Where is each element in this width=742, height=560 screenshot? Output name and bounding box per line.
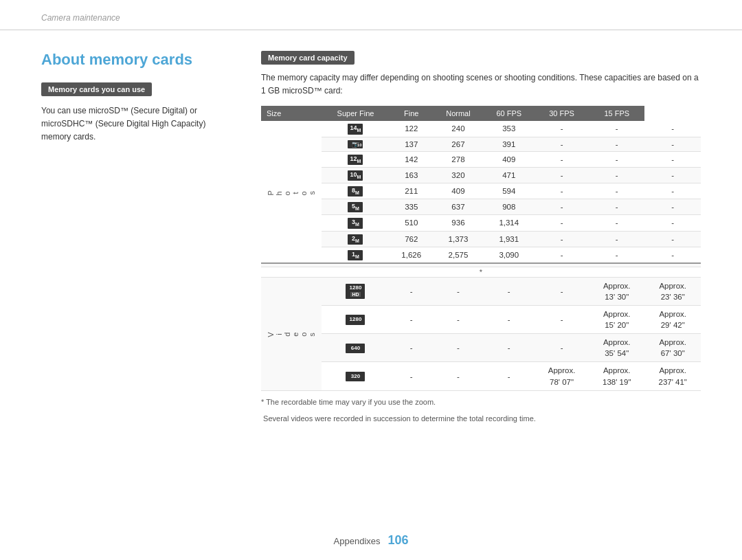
table-row: 3M 510 936 1,314 - - -	[261, 215, 701, 231]
table-row: 5M 335 637 908 - - -	[261, 199, 701, 215]
icon-14m: 14M	[322, 121, 390, 137]
memory-cards-badge: Memory cards you can use	[41, 82, 152, 96]
icon-2m: 2M	[322, 231, 390, 247]
icon-12m: 12M	[322, 151, 390, 167]
table-row: Photos 14M 122 240 353 - - -	[261, 121, 701, 137]
star-row: *	[261, 267, 701, 277]
table-row: 2M 762 1,373 1,931 - - -	[261, 231, 701, 247]
col-header-15fps: 15 FPS	[589, 106, 644, 121]
table-row: Videos 1280HD - - - - Approx.13' 30" App…	[261, 277, 701, 305]
footnote-1: * The recordable time may vary if you us…	[261, 396, 701, 408]
table-row: 8M 211 409 594 - - -	[261, 183, 701, 199]
fps15-1280hd: Approx.23' 36"	[644, 277, 701, 305]
table-row: 320 - - - Approx.78' 07" Approx.138' 19"…	[261, 362, 701, 390]
table-row: 640 - - - - Approx.35' 54" Approx.67' 30…	[261, 334, 701, 362]
fps30-320: Approx.138' 19"	[589, 362, 644, 390]
page-number: 106	[387, 533, 408, 547]
cell-dash2: -	[589, 121, 644, 137]
col-header-normal: Normal	[433, 106, 483, 121]
table-row: 10M 163 320 471 - - -	[261, 167, 701, 183]
cell-353: 353	[483, 121, 535, 137]
icon-1m: 1M	[322, 247, 390, 263]
icon-3m: 3M	[322, 215, 390, 231]
fps15-640: Approx.67' 30"	[644, 334, 701, 362]
breadcrumb-bar: Camera maintenance	[0, 0, 742, 30]
icon-320: 320	[322, 362, 390, 390]
page-container: Camera maintenance About memory cards Me…	[0, 0, 742, 560]
fps30-1280: Approx.15' 20"	[589, 306, 644, 334]
capacity-table: Size Super Fine Fine Normal 60 FPS 30 FP…	[261, 106, 701, 390]
icon-1280hd: 1280HD	[322, 277, 390, 305]
icon-1280: 1280	[322, 306, 390, 334]
table-row: 📷10 137 267 391 - - -	[261, 137, 701, 151]
right-column: Memory card capacity The memory capacity…	[261, 51, 701, 425]
cell-dash3: -	[644, 121, 701, 137]
videos-group-label: Videos	[261, 277, 322, 390]
fps30-640: Approx.35' 54"	[589, 334, 644, 362]
cell-240: 240	[433, 121, 483, 137]
fps15-1280: Approx.29' 42"	[644, 306, 701, 334]
capacity-badge: Memory card capacity	[261, 51, 355, 65]
fps30-1280hd: Approx.13' 30"	[589, 277, 644, 305]
col-header-30fps: 30 FPS	[535, 106, 589, 121]
fps15-320: Approx.237' 41"	[644, 362, 701, 390]
photos-group-label: Photos	[261, 121, 322, 263]
footer-label: Appendixes	[334, 536, 381, 546]
icon-8m: 8M	[322, 183, 390, 199]
icon-10m-v2: 📷10	[322, 137, 390, 151]
page-footer: Appendixes 106	[0, 533, 742, 548]
col-header-fine: Fine	[390, 106, 433, 121]
col-header-superfine: Super Fine	[322, 106, 390, 121]
footnote-2: Several videos were recorded in successi…	[261, 413, 701, 425]
cell-dash1: -	[535, 121, 589, 137]
col-header-60fps: 60 FPS	[483, 106, 535, 121]
table-row: 1M 1,626 2,575 3,090 - - -	[261, 247, 701, 263]
icon-10m: 10M	[322, 167, 390, 183]
fps60-320: Approx.78' 07"	[535, 362, 589, 390]
table-row: 1280 - - - - Approx.15' 20" Approx.29' 4…	[261, 306, 701, 334]
cell-122: 122	[390, 121, 433, 137]
icon-5m: 5M	[322, 199, 390, 215]
memory-cards-text: You can use microSD™ (Secure Digital) or…	[41, 104, 234, 144]
capacity-description: The memory capacity may differ depending…	[261, 71, 701, 98]
icon-640: 640	[322, 334, 390, 362]
left-column: About memory cards Memory cards you can …	[41, 51, 234, 425]
main-content: About memory cards Memory cards you can …	[0, 30, 742, 438]
page-title: About memory cards	[41, 51, 234, 69]
col-header-size: Size	[261, 106, 322, 121]
breadcrumb: Camera maintenance	[41, 13, 120, 23]
table-row: 12M 142 278 409 - - -	[261, 151, 701, 167]
